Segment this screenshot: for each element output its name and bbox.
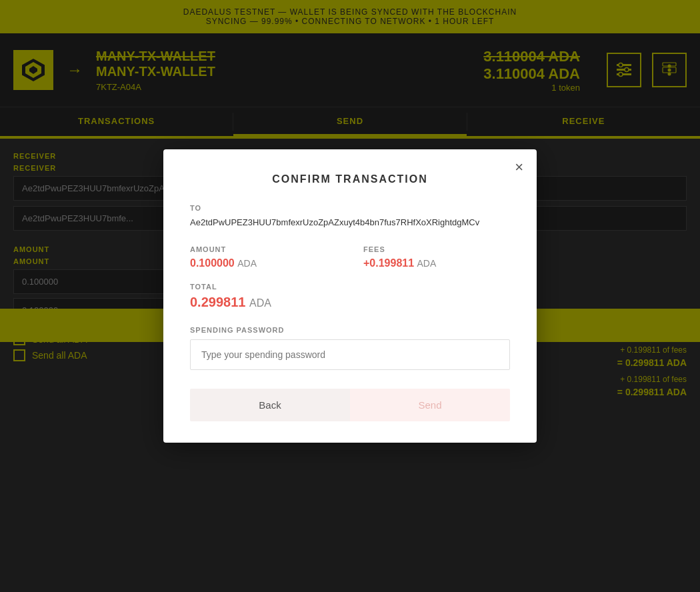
modal-amount-value: 0.100000 ADA (190, 257, 337, 269)
modal-title: CONFIRM TRANSACTION (190, 173, 510, 185)
modal-total-unit: ADA (249, 297, 271, 309)
modal-total-label: TOTAL (190, 283, 510, 291)
modal-password-label: SPENDING PASSWORD (190, 326, 510, 334)
modal-address: Ae2tdPwUPEZ3HUU7bmfexrUzoZpAZxuyt4b4bn7f… (190, 216, 510, 229)
modal-fees-unit: ADA (417, 258, 437, 269)
modal-fees-field: FEES +0.199811 ADA (363, 245, 510, 269)
modal-close-button[interactable]: × (515, 160, 523, 175)
modal-amount-label: AMOUNT (190, 245, 337, 253)
modal-amount-unit: ADA (237, 258, 257, 269)
modal-fees-value: +0.199811 ADA (363, 257, 510, 269)
modal-to-label: TO (190, 204, 510, 212)
confirm-transaction-modal: CONFIRM TRANSACTION × TO Ae2tdPwUPEZ3HUU… (163, 149, 537, 443)
modal-total-value: 0.299811 ADA (190, 295, 510, 310)
spending-password-input[interactable] (190, 339, 510, 370)
modal-buttons: Back Send (190, 389, 510, 421)
send-button[interactable]: Send (350, 389, 510, 421)
modal-overlay: CONFIRM TRANSACTION × TO Ae2tdPwUPEZ3HUU… (0, 0, 700, 592)
modal-amount-fees-row: AMOUNT 0.100000 ADA FEES +0.199811 ADA (190, 245, 510, 269)
back-button[interactable]: Back (190, 389, 350, 421)
modal-fees-label: FEES (363, 245, 510, 253)
modal-amount-field: AMOUNT 0.100000 ADA (190, 245, 337, 269)
